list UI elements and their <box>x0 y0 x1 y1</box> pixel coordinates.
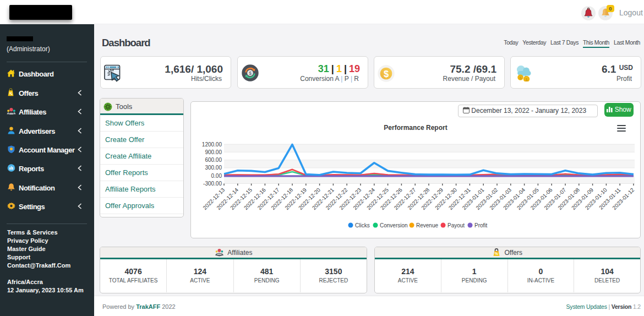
svg-text:1200.00: 1200.00 <box>202 141 222 148</box>
svg-text:Conversion: Conversion <box>380 222 408 228</box>
svg-text:Revenue: Revenue <box>416 222 438 228</box>
svg-text:$: $ <box>384 69 389 79</box>
svg-text:$: $ <box>249 70 252 76</box>
svg-text:0.00: 0.00 <box>211 173 222 179</box>
svg-text:900.00: 900.00 <box>205 149 222 155</box>
svg-text:600.00: 600.00 <box>205 157 222 163</box>
svg-text:$: $ <box>525 77 528 81</box>
svg-text:-300.00: -300.00 <box>203 181 222 187</box>
svg-text:%: % <box>495 252 498 255</box>
svg-text:300.00: 300.00 <box>205 165 222 171</box>
svg-text:Profit: Profit <box>474 222 488 228</box>
svg-text:Clicks: Clicks <box>355 222 370 228</box>
svg-text:Payout: Payout <box>447 222 465 228</box>
